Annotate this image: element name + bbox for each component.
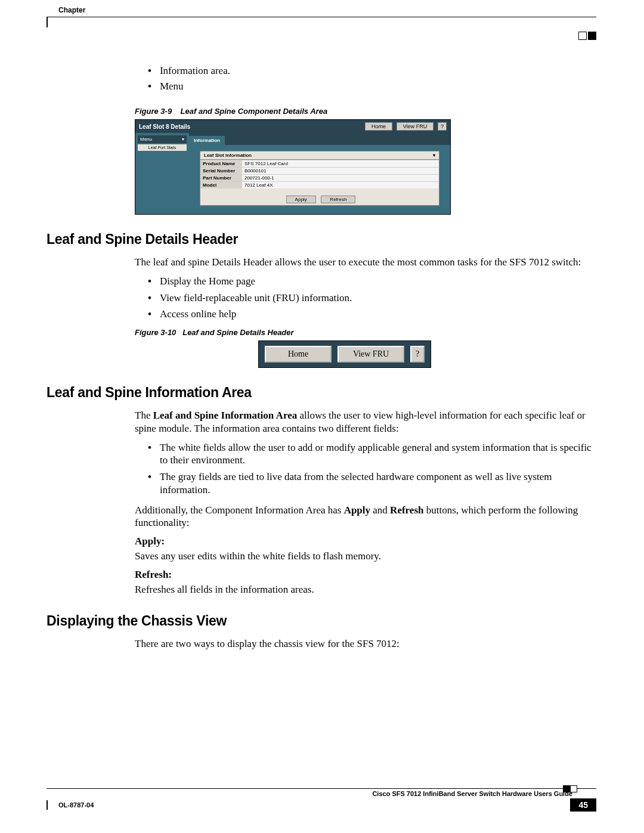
header-tick <box>47 17 48 27</box>
section-leaf-spine-info-area: Leaf and Spine Information Area <box>47 385 596 401</box>
section-leaf-spine-details-header: Leaf and Spine Details Header <box>47 231 596 247</box>
list-item: The white fields allow the user to add o… <box>148 441 596 467</box>
info-box: Leaf Slot Information ▾ Product NameSFS … <box>200 151 439 206</box>
section-displaying-chassis-view: Displaying the Chassis View <box>47 613 596 629</box>
figure-3-9-screenshot: Leaf Slot 8 Details Home View FRU ? Menu… <box>135 119 451 215</box>
collapse-icon[interactable]: ▾ <box>182 137 184 142</box>
table-row: Model7012 Leaf 4X <box>200 181 439 188</box>
body-text: The leaf and spine Details Header allows… <box>135 256 596 269</box>
intro-bullet-list: Information area. Menu <box>148 65 596 92</box>
information-tab[interactable]: Information <box>189 136 225 145</box>
figure-3-10-screenshot: Home View FRU ? <box>258 340 431 368</box>
body-text: The Leaf and Spine Information Area allo… <box>135 409 596 435</box>
figure-3-10-caption: Figure 3-10 Leaf and Spine Details Heade… <box>135 328 596 337</box>
apply-button[interactable]: Apply <box>286 196 316 203</box>
list-item: View field-replaceable unit (FRU) inform… <box>148 292 596 305</box>
details-header-bullets: Display the Home page View field-replace… <box>148 275 596 321</box>
header-rule: Chapter <box>47 17 596 17</box>
corner-square-icon <box>588 32 596 40</box>
table-row: Product NameSFS 7012 Leaf Card <box>200 160 439 167</box>
table-row: Serial NumberB0000101 <box>200 167 439 174</box>
table-row: Part Number200721-000-1 <box>200 174 439 181</box>
figure-3-9-caption: Figure 3-9 Leaf and Spine Component Deta… <box>135 107 596 116</box>
page-footer: Cisco SFS 7012 InfiniBand Server Switch … <box>47 788 596 812</box>
guide-title: Cisco SFS 7012 InfiniBand Server Switch … <box>47 789 596 797</box>
view-fru-button[interactable]: View FRU <box>397 122 434 131</box>
side-menu: Menu▾ Leaf Port Stats <box>135 133 189 214</box>
details-title: Leaf Slot 8 Details <box>139 123 190 130</box>
list-item: Display the Home page <box>148 275 596 288</box>
list-item: The gray fields are tied to live data fr… <box>148 470 596 497</box>
body-text: Refreshes all fields in the information … <box>135 583 596 596</box>
chapter-label: Chapter <box>58 6 85 14</box>
home-button[interactable]: Home <box>265 346 332 363</box>
body-text: Saves any user edits within the white fi… <box>135 550 596 563</box>
footer-outline-icon <box>570 785 577 792</box>
collapse-icon[interactable]: ▾ <box>433 153 435 158</box>
help-button[interactable]: ? <box>410 346 425 363</box>
side-menu-header[interactable]: Menu▾ <box>138 135 187 143</box>
doc-number: OL-8787-04 <box>58 801 94 809</box>
apply-label: Apply: <box>135 535 596 547</box>
view-fru-button[interactable]: View FRU <box>338 346 404 363</box>
footer-tick <box>47 800 48 810</box>
footer-square-icon <box>563 785 570 792</box>
side-menu-item[interactable]: Leaf Port Stats <box>138 144 187 151</box>
help-button[interactable]: ? <box>438 122 447 131</box>
info-area-bullets: The white fields allow the user to add o… <box>148 441 596 497</box>
list-item: Access online help <box>148 308 596 321</box>
corner-outline-icon <box>578 32 587 40</box>
body-text: There are two ways to display the chassi… <box>135 637 596 651</box>
body-text: Additionally, the Component Information … <box>135 504 596 530</box>
details-titlebar: Leaf Slot 8 Details Home View FRU ? <box>135 120 450 133</box>
refresh-button[interactable]: Refresh <box>321 196 355 203</box>
refresh-label: Refresh: <box>135 569 596 581</box>
page-number: 45 <box>570 798 596 812</box>
list-item: Menu <box>148 80 596 92</box>
list-item: Information area. <box>148 65 596 77</box>
home-button[interactable]: Home <box>365 122 392 131</box>
info-box-title: Leaf Slot Information ▾ <box>200 151 439 160</box>
